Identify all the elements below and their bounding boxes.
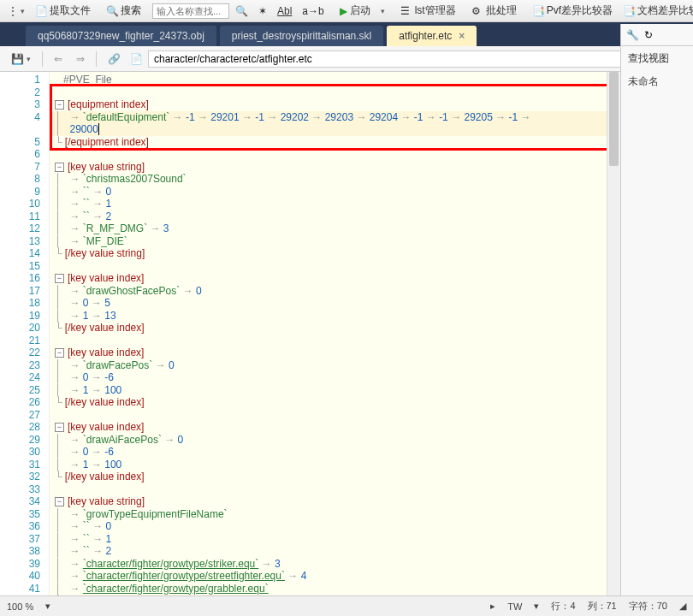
- tab-skl-file[interactable]: priest_destroyspirittalisman.skl: [220, 26, 383, 46]
- fold-icon[interactable]: −: [55, 423, 64, 432]
- start-button[interactable]: ▶启动: [335, 2, 375, 20]
- close-icon[interactable]: ×: [459, 30, 465, 42]
- fold-icon[interactable]: −: [55, 100, 64, 110]
- status-col: 列：71: [588, 600, 617, 613]
- status-line: 行：4: [551, 600, 575, 613]
- file-icon: 📄: [130, 53, 143, 65]
- zoom-level[interactable]: 100 %: [7, 601, 33, 612]
- code-area[interactable]: #PVE_File −[equipment index] │ → `defaul…: [50, 72, 620, 595]
- main-toolbar: ⋮ 📄提取文件 🔍搜索 🔍 ✶ Abl a→b ▶启动 ☰lst管理器 ⚙批处理…: [0, 0, 693, 22]
- fold-icon[interactable]: −: [55, 274, 64, 283]
- link-icon[interactable]: 🔗: [104, 51, 125, 67]
- regex-icon[interactable]: ✶: [254, 3, 271, 19]
- find-run-icon[interactable]: 🔧: [626, 29, 639, 41]
- status-corner-icon[interactable]: ◢: [679, 601, 686, 612]
- line-gutter: 1234 56789101112131415161718192021222324…: [0, 72, 50, 595]
- extract-file-button[interactable]: 📄提取文件: [31, 2, 95, 20]
- save-dropdown[interactable]: 💾: [7, 51, 35, 67]
- fold-icon[interactable]: −: [55, 163, 64, 172]
- nav-prev-icon[interactable]: ▸: [490, 601, 495, 612]
- zoom-dropdown-icon[interactable]: ▾: [45, 601, 50, 612]
- search-go-icon[interactable]: 🔍: [231, 3, 252, 19]
- tab-etc-file[interactable]: atfighter.etc×: [387, 26, 477, 46]
- status-bar: 100 % ▾ ▸ TW ▾ 行：4 列：71 字符：70 ◢: [0, 595, 693, 616]
- nav-fwd-icon[interactable]: ⇒: [72, 51, 89, 67]
- nav-next-icon[interactable]: ▾: [534, 601, 539, 612]
- search-button[interactable]: 🔍搜索: [102, 2, 145, 20]
- file-path-input[interactable]: [148, 50, 665, 68]
- fold-icon[interactable]: −: [55, 348, 64, 358]
- find-panel-title: 查找视图: [621, 46, 693, 71]
- tab-obj-file[interactable]: qq506807329new_fighter_24373.obj: [26, 26, 216, 46]
- nav-back-icon[interactable]: ⇐: [50, 51, 67, 67]
- scrollbar-thumb[interactable]: [609, 72, 619, 166]
- batch-button[interactable]: ⚙批处理: [467, 2, 521, 20]
- document-tabbar: qq506807329new_fighter_24373.obj priest_…: [0, 22, 693, 46]
- menu-dropdown[interactable]: ⋮: [3, 3, 29, 19]
- case-icon[interactable]: Abl: [273, 3, 296, 19]
- find-panel: 🔧 ↻ 查找视图 未命名: [620, 24, 693, 614]
- pvf-diff-button[interactable]: 📑Pvf差异比较器: [528, 2, 617, 20]
- encoding-mode[interactable]: TW: [507, 601, 522, 612]
- word-icon[interactable]: a→b: [298, 3, 328, 19]
- fold-icon[interactable]: −: [55, 497, 64, 506]
- find-refresh-icon[interactable]: ↻: [644, 29, 653, 41]
- vertical-scrollbar[interactable]: [607, 72, 620, 595]
- start-dropdown[interactable]: [376, 5, 389, 17]
- doc-diff-button[interactable]: 📑文档差异比较器: [619, 2, 693, 20]
- find-unnamed-label: 未命名: [621, 71, 693, 92]
- search-input[interactable]: [152, 3, 229, 19]
- lst-manager-button[interactable]: ☰lst管理器: [396, 2, 460, 20]
- code-editor[interactable]: 1234 56789101112131415161718192021222324…: [0, 72, 620, 595]
- status-chars: 字符：70: [629, 600, 667, 613]
- editor-toolbar: 💾 ⇐ ⇒ 🔗 📄 ⧉: [0, 46, 693, 72]
